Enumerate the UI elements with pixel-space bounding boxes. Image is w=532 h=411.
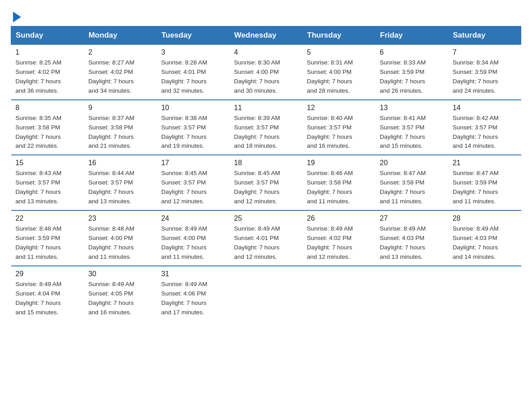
calendar-day-cell: 22 Sunrise: 8:48 AMSunset: 3:59 PMDaylig… — [11, 210, 84, 266]
day-number: 12 — [307, 104, 371, 112]
day-info: Sunrise: 8:48 AMSunset: 3:59 PMDaylight:… — [16, 225, 62, 260]
day-info: Sunrise: 8:49 AMSunset: 4:04 PMDaylight:… — [16, 281, 62, 316]
weekday-header-thursday: Thursday — [302, 26, 375, 45]
calendar-day-cell: 31 Sunrise: 8:49 AMSunset: 4:06 PMDaylig… — [157, 266, 230, 321]
day-number: 1 — [16, 48, 80, 56]
day-number: 24 — [161, 214, 225, 223]
day-number: 5 — [307, 48, 371, 56]
weekday-header-saturday: Saturday — [448, 26, 521, 45]
day-number: 3 — [161, 48, 225, 56]
calendar-week-row: 15 Sunrise: 8:43 AMSunset: 3:57 PMDaylig… — [11, 155, 521, 210]
day-info: Sunrise: 8:39 AMSunset: 3:57 PMDaylight:… — [234, 115, 280, 150]
day-info: Sunrise: 8:30 AMSunset: 4:00 PMDaylight:… — [234, 59, 280, 94]
page-header — [11, 11, 521, 21]
calendar-day-cell — [448, 266, 521, 321]
day-number: 2 — [88, 48, 152, 56]
calendar-day-cell: 5 Sunrise: 8:31 AMSunset: 4:00 PMDayligh… — [302, 45, 375, 100]
day-info: Sunrise: 8:31 AMSunset: 4:00 PMDaylight:… — [307, 59, 353, 94]
day-info: Sunrise: 8:25 AMSunset: 4:02 PMDaylight:… — [16, 59, 62, 94]
weekday-header-wednesday: Wednesday — [230, 26, 303, 45]
day-number: 16 — [88, 159, 152, 167]
day-info: Sunrise: 8:34 AMSunset: 3:59 PMDaylight:… — [453, 59, 499, 94]
day-info: Sunrise: 8:37 AMSunset: 3:58 PMDaylight:… — [88, 115, 134, 150]
weekday-header-sunday: Sunday — [11, 26, 84, 45]
day-info: Sunrise: 8:49 AMSunset: 4:06 PMDaylight:… — [161, 281, 207, 316]
day-info: Sunrise: 8:33 AMSunset: 3:59 PMDaylight:… — [380, 59, 426, 94]
calendar-day-cell: 21 Sunrise: 8:47 AMSunset: 3:59 PMDaylig… — [448, 155, 521, 210]
calendar-table: SundayMondayTuesdayWednesdayThursdayFrid… — [11, 26, 521, 321]
day-number: 8 — [16, 104, 80, 112]
day-number: 29 — [16, 270, 80, 278]
calendar-body: 1 Sunrise: 8:25 AMSunset: 4:02 PMDayligh… — [11, 45, 521, 321]
calendar-day-cell: 15 Sunrise: 8:43 AMSunset: 3:57 PMDaylig… — [11, 155, 84, 210]
day-info: Sunrise: 8:43 AMSunset: 3:57 PMDaylight:… — [16, 170, 62, 205]
day-number: 7 — [453, 48, 517, 56]
calendar-day-cell: 23 Sunrise: 8:48 AMSunset: 4:00 PMDaylig… — [84, 210, 157, 266]
day-number: 26 — [307, 214, 371, 223]
day-info: Sunrise: 8:49 AMSunset: 4:03 PMDaylight:… — [380, 225, 426, 260]
day-number: 13 — [380, 104, 444, 112]
calendar-day-cell: 24 Sunrise: 8:49 AMSunset: 4:00 PMDaylig… — [157, 210, 230, 266]
day-number: 27 — [380, 214, 444, 223]
day-info: Sunrise: 8:27 AMSunset: 4:02 PMDaylight:… — [88, 59, 134, 94]
day-number: 30 — [88, 270, 152, 278]
calendar-day-cell: 7 Sunrise: 8:34 AMSunset: 3:59 PMDayligh… — [448, 45, 521, 100]
day-info: Sunrise: 8:46 AMSunset: 3:58 PMDaylight:… — [307, 170, 353, 205]
calendar-day-cell: 9 Sunrise: 8:37 AMSunset: 3:58 PMDayligh… — [84, 100, 157, 155]
calendar-day-cell: 3 Sunrise: 8:28 AMSunset: 4:01 PMDayligh… — [157, 45, 230, 100]
calendar-day-cell: 10 Sunrise: 8:38 AMSunset: 3:57 PMDaylig… — [157, 100, 230, 155]
calendar-day-cell: 19 Sunrise: 8:46 AMSunset: 3:58 PMDaylig… — [302, 155, 375, 210]
calendar-day-cell: 20 Sunrise: 8:47 AMSunset: 3:58 PMDaylig… — [375, 155, 448, 210]
svg-marker-0 — [13, 12, 21, 22]
calendar-header: SundayMondayTuesdayWednesdayThursdayFrid… — [11, 26, 521, 45]
day-info: Sunrise: 8:48 AMSunset: 4:00 PMDaylight:… — [88, 225, 134, 260]
day-info: Sunrise: 8:44 AMSunset: 3:57 PMDaylight:… — [88, 170, 134, 205]
calendar-day-cell: 25 Sunrise: 8:49 AMSunset: 4:01 PMDaylig… — [230, 210, 303, 266]
day-number: 31 — [161, 270, 225, 278]
calendar-day-cell: 26 Sunrise: 8:49 AMSunset: 4:02 PMDaylig… — [302, 210, 375, 266]
day-info: Sunrise: 8:49 AMSunset: 4:05 PMDaylight:… — [88, 281, 134, 316]
day-info: Sunrise: 8:47 AMSunset: 3:59 PMDaylight:… — [453, 170, 499, 205]
calendar-day-cell: 30 Sunrise: 8:49 AMSunset: 4:05 PMDaylig… — [84, 266, 157, 321]
calendar-day-cell: 28 Sunrise: 8:49 AMSunset: 4:03 PMDaylig… — [448, 210, 521, 266]
calendar-day-cell: 6 Sunrise: 8:33 AMSunset: 3:59 PMDayligh… — [375, 45, 448, 100]
logo — [11, 11, 22, 21]
day-number: 17 — [161, 159, 225, 167]
day-info: Sunrise: 8:42 AMSunset: 3:57 PMDaylight:… — [453, 115, 499, 150]
calendar-day-cell — [230, 266, 303, 321]
day-info: Sunrise: 8:49 AMSunset: 4:03 PMDaylight:… — [453, 225, 499, 260]
day-number: 11 — [234, 104, 298, 112]
day-number: 23 — [88, 214, 152, 223]
day-number: 20 — [380, 159, 444, 167]
calendar-day-cell: 11 Sunrise: 8:39 AMSunset: 3:57 PMDaylig… — [230, 100, 303, 155]
calendar-day-cell: 18 Sunrise: 8:45 AMSunset: 3:57 PMDaylig… — [230, 155, 303, 210]
calendar-week-row: 29 Sunrise: 8:49 AMSunset: 4:04 PMDaylig… — [11, 266, 521, 321]
day-number: 10 — [161, 104, 225, 112]
calendar-day-cell: 4 Sunrise: 8:30 AMSunset: 4:00 PMDayligh… — [230, 45, 303, 100]
day-info: Sunrise: 8:45 AMSunset: 3:57 PMDaylight:… — [161, 170, 207, 205]
day-number: 22 — [16, 214, 80, 223]
logo-arrow-icon — [12, 11, 22, 23]
calendar-day-cell: 16 Sunrise: 8:44 AMSunset: 3:57 PMDaylig… — [84, 155, 157, 210]
calendar-day-cell: 29 Sunrise: 8:49 AMSunset: 4:04 PMDaylig… — [11, 266, 84, 321]
day-number: 6 — [380, 48, 444, 56]
day-number: 15 — [16, 159, 80, 167]
weekday-header-tuesday: Tuesday — [157, 26, 230, 45]
calendar-day-cell: 27 Sunrise: 8:49 AMSunset: 4:03 PMDaylig… — [375, 210, 448, 266]
day-number: 19 — [307, 159, 371, 167]
day-number: 9 — [88, 104, 152, 112]
day-info: Sunrise: 8:38 AMSunset: 3:57 PMDaylight:… — [161, 115, 207, 150]
day-info: Sunrise: 8:47 AMSunset: 3:58 PMDaylight:… — [380, 170, 426, 205]
day-number: 4 — [234, 48, 298, 56]
calendar-week-row: 1 Sunrise: 8:25 AMSunset: 4:02 PMDayligh… — [11, 45, 521, 100]
day-info: Sunrise: 8:35 AMSunset: 3:58 PMDaylight:… — [16, 115, 62, 150]
day-number: 14 — [453, 104, 517, 112]
day-number: 28 — [453, 214, 517, 223]
weekday-header-monday: Monday — [84, 26, 157, 45]
calendar-day-cell: 14 Sunrise: 8:42 AMSunset: 3:57 PMDaylig… — [448, 100, 521, 155]
day-info: Sunrise: 8:41 AMSunset: 3:57 PMDaylight:… — [380, 115, 426, 150]
day-info: Sunrise: 8:28 AMSunset: 4:01 PMDaylight:… — [161, 59, 207, 94]
day-info: Sunrise: 8:49 AMSunset: 4:01 PMDaylight:… — [234, 225, 280, 260]
day-info: Sunrise: 8:40 AMSunset: 3:57 PMDaylight:… — [307, 115, 353, 150]
day-number: 25 — [234, 214, 298, 223]
